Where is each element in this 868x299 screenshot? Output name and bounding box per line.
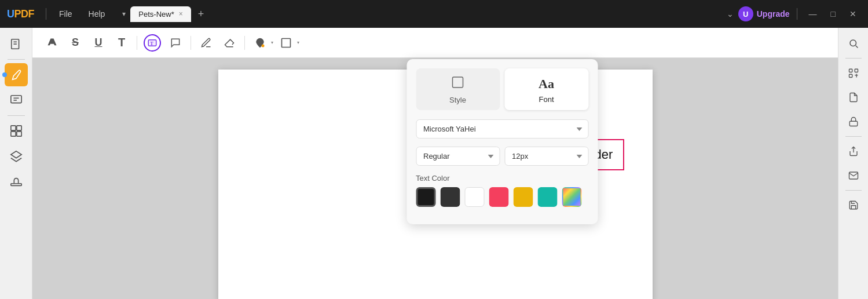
right-ocr-tool[interactable]	[843, 62, 865, 84]
upgrade-label: Upgrade	[757, 9, 790, 19]
border-tool[interactable]	[276, 32, 296, 53]
help-menu[interactable]: Help	[83, 7, 111, 21]
right-divider-3	[845, 190, 862, 191]
right-email-tool[interactable]	[843, 165, 865, 187]
eraser-tool[interactable]	[219, 32, 240, 53]
right-share-tool[interactable]	[843, 140, 865, 162]
svg-text:T: T	[150, 41, 153, 46]
tab-add-btn[interactable]: +	[193, 6, 209, 23]
minimize-button[interactable]: —	[804, 7, 822, 21]
svg-point-17	[850, 40, 856, 46]
strikethrough-tool[interactable]: S	[65, 32, 86, 53]
font-tab-icon: Aa	[539, 76, 554, 92]
left-sidebar	[0, 28, 32, 299]
close-button[interactable]: ✕	[845, 7, 861, 21]
font-weight-select[interactable]: Regular Bold Italic Bold Italic	[416, 147, 500, 166]
textbox-active-ring: T	[144, 34, 161, 52]
swatch-dark[interactable]	[440, 187, 460, 207]
svg-rect-7	[16, 126, 21, 130]
sidebar-divider-2	[8, 115, 25, 116]
upgrade-button[interactable]: U Upgrade	[738, 6, 790, 21]
text-icon: T	[118, 36, 125, 49]
swatch-white[interactable]	[464, 187, 484, 207]
layers-icon	[10, 150, 23, 163]
app-body: S U T T	[0, 28, 868, 299]
right-search-tool[interactable]	[843, 32, 865, 54]
tab-list-btn[interactable]: ⌄	[727, 9, 734, 19]
border-icon	[280, 37, 292, 49]
underline-tool[interactable]: U	[88, 32, 109, 53]
email-icon	[848, 170, 859, 181]
text-color-section: Text Color	[416, 174, 588, 207]
tab-title: Pets-New*	[138, 10, 174, 19]
style-tab-icon	[451, 75, 465, 92]
active-tab[interactable]: Pets-New* ×	[130, 6, 191, 22]
sidebar-item-markup[interactable]	[5, 63, 28, 86]
user-avatar: U	[738, 6, 753, 21]
file-menu[interactable]: File	[53, 7, 78, 21]
sep-2	[191, 36, 191, 50]
title-bar: UPDF File Help ▾ Pets-New* × + ⌄ U Upgra…	[0, 0, 868, 28]
color-fill-group: ▾	[250, 32, 273, 53]
stamps-icon	[10, 176, 23, 188]
panel-tab-font[interactable]: Aa Font	[504, 68, 588, 110]
active-indicator	[2, 72, 7, 77]
right-export-tool[interactable]	[843, 86, 865, 108]
sidebar-item-comments[interactable]	[5, 89, 28, 112]
swatch-black-border[interactable]	[416, 187, 435, 207]
sep-3	[244, 36, 245, 50]
strikethrough-icon: S	[72, 37, 79, 49]
font-family-select[interactable]: Microsoft YaHei Arial Times New Roman Co…	[416, 119, 588, 138]
panel-tab-style[interactable]: Style	[416, 68, 500, 110]
color-swatches	[416, 187, 588, 207]
ocr-icon	[848, 68, 859, 78]
swatch-rainbow[interactable]	[562, 187, 581, 207]
logo-pdf: PDF	[14, 8, 35, 20]
border-arrow[interactable]: ▾	[297, 40, 299, 45]
font-size-select[interactable]: 8px 10px 12px 14px 16px	[504, 147, 588, 166]
color-fill-tool[interactable]	[250, 32, 270, 53]
pencil-tool[interactable]	[196, 32, 217, 53]
right-divider-2	[845, 136, 862, 137]
swatch-red[interactable]	[489, 187, 508, 207]
sidebar-item-stamps[interactable]	[5, 170, 28, 194]
share-icon	[848, 146, 859, 156]
highlight-tool[interactable]	[42, 32, 63, 53]
svg-rect-16	[453, 77, 463, 87]
text-tool[interactable]: T	[111, 32, 132, 53]
border-group: ▾	[276, 32, 299, 53]
svg-rect-15	[282, 38, 291, 47]
restore-button[interactable]: □	[826, 7, 840, 21]
content-area: S U T T	[32, 28, 838, 299]
pages-icon	[10, 38, 23, 50]
svg-rect-8	[10, 132, 15, 136]
comment-tool[interactable]	[165, 32, 186, 53]
sidebar-divider-1	[8, 59, 25, 60]
tab-area: ▾ Pets-New* × +	[120, 6, 721, 23]
divider-2	[797, 8, 797, 20]
logo-u: U	[7, 8, 14, 20]
svg-rect-9	[16, 132, 21, 136]
right-save-tool[interactable]	[843, 194, 865, 216]
svg-marker-10	[10, 151, 21, 158]
text-color-label: Text Color	[416, 174, 588, 183]
color-fill-arrow[interactable]: ▾	[271, 40, 273, 45]
svg-rect-11	[10, 184, 21, 186]
sidebar-item-pages2[interactable]	[5, 119, 28, 143]
app-logo: UPDF	[7, 8, 34, 20]
font-family-section: Microsoft YaHei Arial Times New Roman Co…	[416, 119, 588, 138]
sidebar-item-layers[interactable]	[5, 145, 28, 168]
swatch-yellow[interactable]	[513, 187, 533, 207]
right-protect-tool[interactable]	[843, 111, 865, 133]
tab-close-btn[interactable]: ×	[179, 10, 183, 17]
search-icon	[848, 38, 859, 49]
toolbar: S U T T	[32, 28, 838, 58]
svg-rect-20	[855, 69, 858, 72]
svg-rect-6	[10, 126, 15, 130]
font-panel: Style Aa Font Microsoft YaHei Arial Time	[406, 59, 598, 224]
textbox-tool[interactable]: T	[142, 32, 163, 53]
panel-style-label: Style	[449, 96, 466, 104]
tab-dropdown-btn[interactable]: ▾	[120, 8, 128, 20]
sidebar-item-pages[interactable]	[5, 32, 28, 56]
swatch-teal[interactable]	[537, 187, 557, 207]
